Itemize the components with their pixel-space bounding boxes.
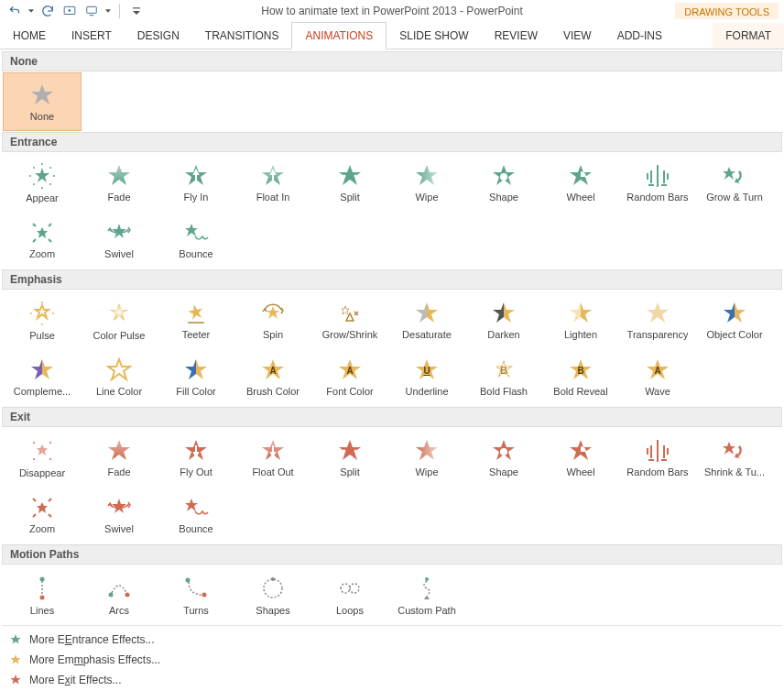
tab-review[interactable]: REVIEW xyxy=(482,23,550,49)
darken-icon xyxy=(491,301,517,326)
anim-exrandombars[interactable]: Random Bars xyxy=(619,429,696,486)
tab-transitions[interactable]: TRANSITIONS xyxy=(192,23,292,49)
anim-exsplit[interactable]: Split xyxy=(311,429,388,486)
anim-custompath[interactable]: Custom Path xyxy=(388,566,465,623)
tab-addins[interactable]: ADD-INS xyxy=(604,23,675,49)
more-exit[interactable]: More Exit Effects... xyxy=(2,670,782,690)
section-emphasis: Emphasis xyxy=(2,269,782,290)
qat-dropdown[interactable] xyxy=(104,2,112,20)
anim-exfade[interactable]: Fade xyxy=(81,429,158,486)
anim-brushcolor[interactable]: A Brush Color xyxy=(234,348,311,405)
split-icon xyxy=(337,438,363,464)
anim-shapes[interactable]: Shapes xyxy=(234,566,311,623)
anim-bounce[interactable]: Bounce xyxy=(158,211,234,268)
flyout-icon xyxy=(183,438,209,464)
undo-dropdown[interactable] xyxy=(27,2,35,20)
undo-button[interactable] xyxy=(5,2,24,20)
anim-linecolor[interactable]: Line Color xyxy=(81,348,158,405)
anim-exwipe[interactable]: Wipe xyxy=(388,429,465,486)
anim-exswivel[interactable]: Swivel xyxy=(81,486,158,543)
more-entrance[interactable]: More EEntrance Effects... xyxy=(2,630,782,650)
tab-format[interactable]: FORMAT xyxy=(713,23,784,49)
anim-objectcolor[interactable]: Object Color xyxy=(696,291,773,348)
screen-button[interactable] xyxy=(82,2,101,20)
anim-exshape[interactable]: Shape xyxy=(465,429,542,486)
tab-animations[interactable]: ANIMATIONS xyxy=(291,22,387,49)
wheel-icon xyxy=(568,438,593,464)
anim-colorpulse[interactable]: Color Pulse xyxy=(81,291,158,348)
qat-customize[interactable] xyxy=(127,2,146,20)
anim-lighten[interactable]: Lighten xyxy=(542,291,619,348)
anim-loops[interactable]: Loops xyxy=(311,566,388,623)
quick-access-toolbar xyxy=(5,2,146,20)
svg-point-5 xyxy=(49,167,51,169)
anim-exbounce[interactable]: Bounce xyxy=(158,486,234,543)
anim-flyout[interactable]: Fly Out xyxy=(158,429,234,486)
anim-label: Fly Out xyxy=(180,466,212,477)
anim-turns[interactable]: Turns xyxy=(158,566,234,623)
svg-point-46 xyxy=(125,592,130,597)
anim-spin[interactable]: Spin xyxy=(234,291,311,348)
swivel-icon xyxy=(104,220,134,246)
ribbon-tabs: HOME INSERT DESIGN TRANSITIONS ANIMATION… xyxy=(0,22,784,49)
wipe-icon xyxy=(414,163,440,189)
anim-teeter[interactable]: Teeter xyxy=(158,291,234,348)
anim-randombars[interactable]: Random Bars xyxy=(619,154,696,211)
anim-growshrink[interactable]: Grow/Shrink xyxy=(311,291,388,348)
anim-label: Fade xyxy=(107,192,130,203)
anim-label: Fade xyxy=(107,466,130,477)
star-icon xyxy=(9,674,22,686)
anim-exwheel[interactable]: Wheel xyxy=(542,429,619,486)
tab-slideshow[interactable]: SLIDE SHOW xyxy=(387,23,481,49)
grid-exit: Disappear Fade Fly Out Float Out Split W… xyxy=(2,427,782,544)
anim-label: Brush Color xyxy=(246,386,299,397)
window-title: How to animate text in PowerPoint 2013 -… xyxy=(261,5,522,17)
anim-fade[interactable]: Fade xyxy=(81,154,158,211)
tab-insert[interactable]: INSERT xyxy=(59,23,125,49)
anim-shrinkturn[interactable]: Shrink & Tu... xyxy=(696,429,773,486)
anim-split[interactable]: Split xyxy=(311,154,388,211)
anim-floatin[interactable]: Float In xyxy=(234,154,311,211)
anim-disappear[interactable]: Disappear xyxy=(4,429,81,486)
fillcolor-icon xyxy=(183,357,209,383)
custompath-icon xyxy=(413,575,441,602)
anim-transparency[interactable]: Transparency xyxy=(619,291,696,348)
anim-shape[interactable]: Shape xyxy=(465,154,542,211)
anim-flyin[interactable]: Fly In xyxy=(158,154,234,211)
anim-fontcolor[interactable]: A Font Color xyxy=(311,348,388,405)
play-button[interactable] xyxy=(60,2,79,20)
anim-lines[interactable]: Lines xyxy=(4,566,81,623)
anim-boldflash[interactable]: B Bold Flash xyxy=(465,348,542,405)
anim-appear[interactable]: Appear xyxy=(4,154,81,211)
tab-home[interactable]: HOME xyxy=(0,23,59,49)
anim-wipe[interactable]: Wipe xyxy=(388,154,465,211)
anim-pulse[interactable]: Pulse xyxy=(4,291,81,348)
anim-label: Float In xyxy=(256,192,290,203)
more-emphasis[interactable]: More Emmphasis Effects... xyxy=(2,650,782,670)
tab-view[interactable]: VIEW xyxy=(550,23,604,49)
anim-label: Compleme... xyxy=(14,386,71,397)
anim-exzoom[interactable]: Zoom xyxy=(4,486,81,543)
anim-zoom[interactable]: Zoom xyxy=(4,211,81,268)
tab-design[interactable]: DESIGN xyxy=(125,23,192,49)
anim-darken[interactable]: Darken xyxy=(465,291,542,348)
anim-desaturate[interactable]: Desaturate xyxy=(388,291,465,348)
redo-button[interactable] xyxy=(38,2,57,20)
anim-complement[interactable]: Compleme... xyxy=(4,348,81,405)
anim-boldreveal[interactable]: B Bold Reveal xyxy=(542,348,619,405)
anim-none[interactable]: None xyxy=(4,73,81,130)
anim-arcs[interactable]: Arcs xyxy=(81,566,158,623)
qat-divider xyxy=(119,4,120,18)
anim-label: Random Bars xyxy=(626,466,688,477)
grid-motion: Lines Arcs Turns Shapes Loops Custom Pat… xyxy=(2,565,782,625)
anim-floatout[interactable]: Float Out xyxy=(234,429,311,486)
anim-label: Split xyxy=(340,466,359,477)
anim-growturn[interactable]: Grow & Turn xyxy=(696,154,773,211)
anim-label: Turns xyxy=(183,605,209,616)
anim-wave[interactable]: A Wave xyxy=(619,348,696,405)
wheel-icon xyxy=(568,163,593,189)
anim-swivel[interactable]: Swivel xyxy=(81,211,158,268)
anim-wheel[interactable]: Wheel xyxy=(542,154,619,211)
anim-fillcolor[interactable]: Fill Color xyxy=(158,348,234,405)
anim-underline[interactable]: U Underline xyxy=(388,348,465,405)
